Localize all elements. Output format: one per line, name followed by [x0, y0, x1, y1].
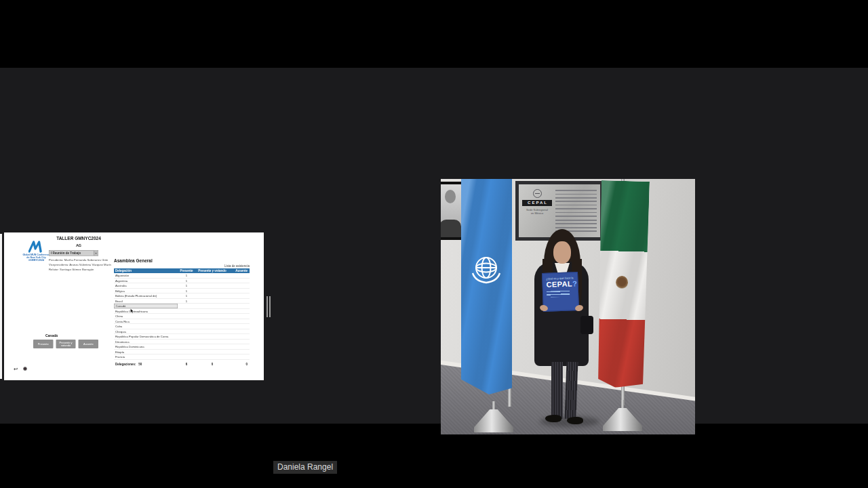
- header-ausente: Ausente: [229, 269, 250, 272]
- table-cell: 1: [178, 274, 195, 277]
- table-cell: Argentina: [114, 279, 178, 283]
- table-row[interactable]: Bolivia (Estado Plurinacional de)1: [114, 293, 250, 299]
- table-cell: China: [114, 314, 178, 318]
- table-cell: 1: [178, 289, 195, 293]
- table-cell: Costa Rica: [114, 320, 178, 323]
- marking-buttons: Presente Presente y votando Ausente: [33, 340, 98, 348]
- table-cell: República Dominicana: [114, 345, 178, 348]
- table-body: Afganistán1Argentina1Australia1Bélgica1B…: [114, 273, 250, 360]
- footer-total-presente: 6: [178, 363, 195, 366]
- presente-button[interactable]: Presente: [33, 340, 53, 348]
- table-row[interactable]: Cuba: [114, 324, 250, 329]
- table-cell: República Centroafricana: [114, 310, 178, 313]
- chevron-down-icon[interactable]: ▼: [94, 251, 98, 256]
- selected-delegation-label: Canadá: [24, 333, 79, 338]
- header-delegacion: Delegación: [114, 269, 178, 272]
- officer-vicepresidenta: Vicepresidenta: Aranza Valentina Vázquez…: [49, 263, 127, 266]
- person: ¿Qué es y qué hace la CEPAL?: [441, 179, 695, 434]
- cepal-book: ¿Qué es y qué hace la CEPAL?: [542, 272, 579, 312]
- table-row[interactable]: Brasil1: [114, 299, 250, 304]
- table-cell: 1: [178, 294, 195, 298]
- table-cell: 1: [178, 300, 195, 303]
- person-shoe: [567, 417, 583, 424]
- table-row[interactable]: Canadá: [114, 304, 250, 309]
- table-cell: 1: [178, 279, 195, 283]
- participant-name-label: Daniela Rangel: [273, 461, 337, 474]
- section-title: Asamblea General: [114, 258, 153, 264]
- table-row[interactable]: Chequia: [114, 329, 250, 335]
- header-presente: Presente: [178, 269, 195, 272]
- table-cell: Bélgica: [114, 289, 178, 293]
- session-dropdown-value: I Reunión de Trabajo: [51, 251, 81, 255]
- footer-total-ausente: 0: [229, 363, 250, 366]
- person-shoe: [545, 415, 561, 422]
- table-cell: 1: [178, 284, 195, 287]
- status-dot-icon[interactable]: [23, 367, 27, 371]
- presente-y-votando-button[interactable]: Presente y votando: [56, 340, 75, 348]
- book-title: CEPAL?: [546, 279, 574, 289]
- table-cell: Afganistán: [114, 274, 178, 277]
- share-resize-handle[interactable]: [266, 296, 273, 317]
- table-cell: Cuba: [114, 325, 178, 328]
- mouse-cursor-icon: [130, 308, 134, 314]
- person-face: [553, 241, 571, 264]
- footer-label: Delegaciones:: [115, 363, 136, 366]
- footer-total-votando: 0: [195, 363, 229, 366]
- committee-label: AG: [41, 243, 116, 247]
- book-subtitle-lines: [547, 291, 570, 298]
- table-row[interactable]: República Dominicana: [114, 344, 250, 350]
- meeting-stage: Global MUN Conference de New York City #…: [0, 68, 868, 424]
- table-header-row: Delegación Presente Presente y votando A…: [114, 268, 250, 273]
- table-row[interactable]: República Centroafricana: [114, 309, 250, 314]
- shoulder-bag: [580, 316, 593, 334]
- table-row[interactable]: China: [114, 314, 250, 319]
- header-presente-y-votando: Presente y votando: [195, 269, 229, 272]
- table-row[interactable]: Dinamarca: [114, 340, 250, 345]
- table-cell: Australia: [114, 284, 178, 287]
- app-title: TALLER GMNYC2024: [41, 236, 116, 241]
- table-cell: Canadá: [114, 304, 178, 308]
- table-cell: Brasil: [114, 300, 178, 303]
- table-row[interactable]: Francia: [114, 354, 250, 360]
- table-row[interactable]: Argentina1: [114, 279, 250, 284]
- table-row[interactable]: Bélgica1: [114, 289, 250, 294]
- attendance-list-caption: Lista de asistencia: [182, 264, 250, 268]
- table-cell: Bolivia (Estado Plurinacional de): [114, 294, 178, 298]
- table-cell: República Popular Democrática de Corea: [114, 335, 178, 338]
- attendance-table: Delegación Presente Presente y votando A…: [114, 268, 250, 367]
- person-leg: [551, 362, 563, 419]
- photo-tile: CEPAL Sede Subregional en México: [441, 179, 695, 434]
- table-row[interactable]: Etiopía: [114, 350, 250, 355]
- person-leg: [565, 362, 578, 420]
- table-row[interactable]: Australia1: [114, 283, 250, 289]
- table-footer-row: Delegaciones: 50 6 0 0: [114, 362, 250, 367]
- undo-icon[interactable]: ↩: [14, 366, 18, 372]
- window-edge-artifact: [0, 234, 2, 379]
- shared-screen-window[interactable]: Global MUN Conference de New York City #…: [4, 232, 264, 380]
- table-cell: Etiopía: [114, 350, 178, 354]
- table-row[interactable]: Costa Rica: [114, 319, 250, 325]
- session-dropdown[interactable]: I Reunión de Trabajo ▼: [49, 250, 98, 256]
- table-cell: Chequia: [114, 330, 178, 333]
- table-row[interactable]: República Popular Democrática de Corea: [114, 334, 250, 340]
- table-cell: Francia: [114, 355, 178, 359]
- footer-count: 50: [138, 363, 142, 366]
- table-row[interactable]: Afganistán1: [114, 273, 250, 279]
- ausente-button[interactable]: Ausente: [79, 340, 98, 348]
- table-cell: Dinamarca: [114, 340, 178, 344]
